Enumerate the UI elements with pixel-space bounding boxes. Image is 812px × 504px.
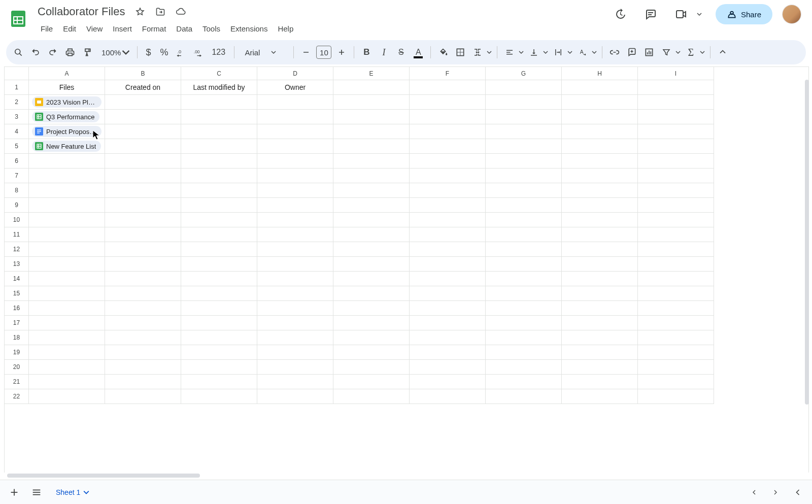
cell[interactable]	[333, 286, 410, 301]
cell[interactable]	[486, 301, 562, 316]
explore-button[interactable]	[788, 482, 808, 502]
star-icon[interactable]	[133, 5, 147, 19]
cell[interactable]	[486, 213, 562, 227]
cell[interactable]	[638, 183, 714, 198]
strikethrough-button[interactable]: S	[393, 44, 409, 60]
halign-dropdown-icon[interactable]	[518, 50, 525, 55]
text-color-button[interactable]: A	[410, 44, 426, 60]
row-header[interactable]: 16	[5, 301, 29, 316]
cell[interactable]	[29, 272, 105, 286]
cell[interactable]	[562, 95, 638, 110]
print-button[interactable]	[62, 44, 78, 60]
cell[interactable]	[105, 242, 181, 257]
cell[interactable]	[29, 389, 105, 404]
cell[interactable]	[638, 272, 714, 286]
meet-icon[interactable]	[671, 4, 691, 24]
column-header[interactable]: I	[638, 67, 714, 80]
row-header[interactable]: 5	[5, 139, 29, 154]
cell[interactable]	[410, 389, 486, 404]
cell[interactable]	[638, 360, 714, 375]
menu-edit[interactable]: Edit	[58, 21, 81, 36]
wrap-dropdown-icon[interactable]	[566, 50, 573, 55]
column-header[interactable]: H	[562, 67, 638, 80]
vertical-scrollbar[interactable]	[803, 80, 809, 473]
cell[interactable]	[562, 375, 638, 389]
cell[interactable]	[257, 389, 333, 404]
row-header[interactable]: 11	[5, 227, 29, 242]
cell[interactable]	[638, 301, 714, 316]
cell[interactable]	[29, 375, 105, 389]
cell[interactable]	[333, 169, 410, 183]
cell[interactable]	[562, 169, 638, 183]
cell[interactable]	[638, 257, 714, 272]
cell[interactable]: New Feature List	[29, 139, 105, 154]
cell[interactable]	[181, 213, 257, 227]
cell[interactable]	[105, 95, 181, 110]
cell[interactable]	[29, 213, 105, 227]
cell[interactable]	[486, 345, 562, 360]
cell[interactable]	[486, 154, 562, 169]
more-formats-button[interactable]: 123	[208, 44, 230, 60]
cell[interactable]	[562, 389, 638, 404]
cell[interactable]	[562, 80, 638, 95]
cell[interactable]	[181, 286, 257, 301]
cell[interactable]	[333, 183, 410, 198]
cell[interactable]	[181, 316, 257, 330]
cell[interactable]	[638, 198, 714, 213]
font-size-input[interactable]: 10	[316, 46, 331, 59]
cell[interactable]	[257, 242, 333, 257]
increase-decimal-button[interactable]: .00	[190, 44, 207, 60]
sheet-tab[interactable]: Sheet 1	[49, 483, 96, 501]
cell[interactable]	[562, 257, 638, 272]
zoom-select[interactable]: 100%	[96, 48, 133, 57]
column-header[interactable]: G	[486, 67, 562, 80]
cell[interactable]	[181, 330, 257, 345]
cell[interactable]	[257, 154, 333, 169]
cell[interactable]	[257, 375, 333, 389]
cell[interactable]	[29, 183, 105, 198]
cell[interactable]	[410, 110, 486, 124]
cell[interactable]	[257, 227, 333, 242]
cell[interactable]	[486, 286, 562, 301]
decrease-font-size-button[interactable]	[298, 44, 314, 60]
undo-button[interactable]	[27, 44, 44, 60]
comments-icon[interactable]	[640, 4, 661, 24]
row-header[interactable]: 10	[5, 213, 29, 227]
row-header[interactable]: 18	[5, 330, 29, 345]
column-header[interactable]: B	[105, 67, 181, 80]
cell[interactable]: 2023 Vision Plan...	[29, 95, 105, 110]
cell[interactable]	[29, 169, 105, 183]
menu-insert[interactable]: Insert	[108, 21, 137, 36]
row-header[interactable]: 13	[5, 257, 29, 272]
cell[interactable]	[333, 139, 410, 154]
cell[interactable]	[181, 257, 257, 272]
currency-button[interactable]: $	[142, 44, 155, 60]
cell[interactable]	[333, 242, 410, 257]
cell[interactable]	[333, 80, 410, 95]
merge-dropdown-icon[interactable]	[486, 50, 493, 55]
file-chip[interactable]: New Feature List	[32, 141, 101, 152]
cell[interactable]	[410, 375, 486, 389]
cell[interactable]	[410, 345, 486, 360]
cell[interactable]: Files	[29, 80, 105, 95]
cell[interactable]	[638, 330, 714, 345]
row-header[interactable]: 3	[5, 110, 29, 124]
cell[interactable]: Project Proposa...	[29, 124, 105, 139]
cell[interactable]	[562, 124, 638, 139]
cell[interactable]	[562, 154, 638, 169]
document-title[interactable]: Collaborator Files	[36, 4, 127, 19]
bold-button[interactable]: B	[358, 44, 375, 60]
text-rotation-button[interactable]: A	[574, 44, 591, 60]
cell[interactable]	[257, 169, 333, 183]
menu-extensions[interactable]: Extensions	[225, 21, 273, 36]
cell[interactable]	[181, 110, 257, 124]
cell[interactable]	[638, 389, 714, 404]
cell[interactable]	[181, 169, 257, 183]
cell[interactable]	[410, 95, 486, 110]
tab-scroll-right-button[interactable]	[765, 482, 786, 502]
cell[interactable]	[562, 330, 638, 345]
cell[interactable]	[333, 257, 410, 272]
cell[interactable]	[257, 124, 333, 139]
cell[interactable]	[333, 316, 410, 330]
decrease-decimal-button[interactable]: .0	[173, 44, 189, 60]
